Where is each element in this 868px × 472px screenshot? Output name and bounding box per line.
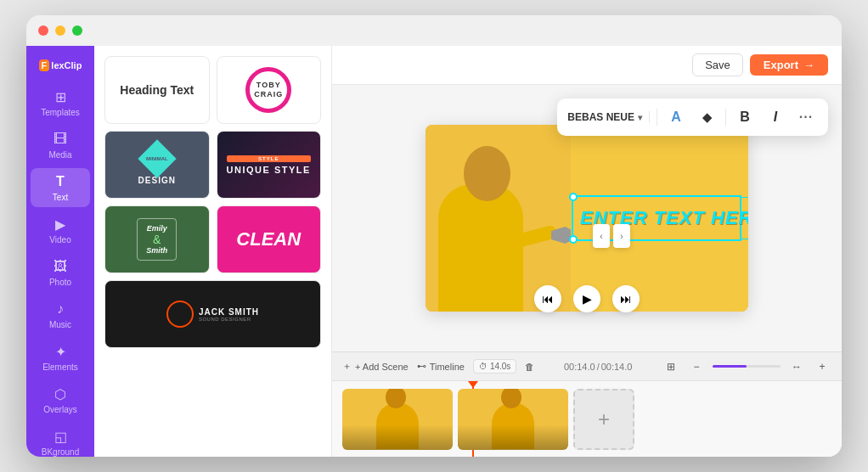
sidebar-label-bkground: BKground <box>42 447 79 457</box>
sidebar-item-text[interactable]: T Text <box>31 168 90 207</box>
nav-left-arrow[interactable]: ‹ <box>593 224 610 248</box>
emily-amp: & <box>146 233 167 246</box>
duration-display: ⏱ 14.0s <box>473 359 516 374</box>
timeline-right-controls: ⊞ − ↔ + <box>662 357 831 376</box>
clean-label: CLEAN <box>236 228 301 250</box>
fill-button[interactable]: ◆ <box>695 105 719 129</box>
clock-icon: ⏱ <box>479 362 488 371</box>
nav-right-arrow[interactable]: › <box>613 224 630 248</box>
add-scene-button[interactable]: ＋ + Add Scene <box>342 360 409 373</box>
sidebar-item-overlays[interactable]: ⬡ Overlays <box>31 380 90 419</box>
smith-text: Smith <box>146 246 167 255</box>
editor-toolbar: Save Export → <box>332 46 842 85</box>
trash-icon: 🗑 <box>525 362 534 372</box>
prev-button[interactable]: ⏮ <box>534 285 561 312</box>
template-card-toby[interactable]: TOBYCRAIG <box>217 56 322 124</box>
handle-top-left[interactable] <box>569 193 578 201</box>
template-card-clean[interactable]: CLEAN <box>217 205 322 273</box>
jack-sub: SOUND DESIGNER <box>199 317 259 322</box>
timeline-bar: ＋ + Add Scene ⊷ Timeline ⏱ 14.0s 🗑 00:14… <box>332 351 842 380</box>
zoom-in-button[interactable]: + <box>813 357 831 376</box>
sidebar-item-video[interactable]: ▶ Video <box>31 211 90 250</box>
logo: F lexClip <box>31 54 90 80</box>
sidebar-label-media: Media <box>48 150 71 160</box>
template-card-heading[interactable]: Heading Text <box>104 56 210 124</box>
app-window: F lexClip ⊞ Templates 🎞 Media T Text ▶ V… <box>26 15 842 457</box>
template-card-minimal[interactable]: MINIMAL DESIGN <box>104 131 210 199</box>
sidebar-label-photo: Photo <box>49 278 71 287</box>
more-options-button[interactable]: ··· <box>794 105 818 129</box>
unique-badge: STYLE <box>227 155 311 162</box>
current-time: 00:14.0 <box>564 362 595 372</box>
italic-label: I <box>774 110 777 125</box>
sidebar-label-video: Video <box>49 235 70 244</box>
zoom-fill <box>713 365 747 368</box>
sidebar-label-overlays: Overlays <box>43 405 76 414</box>
sidebar-item-media[interactable]: 🎞 Media <box>31 126 90 165</box>
music-icon: ♪ <box>52 301 69 317</box>
bold-label: B <box>740 110 750 125</box>
clip-thumb-2[interactable] <box>458 389 568 450</box>
italic-button[interactable]: I <box>764 105 787 129</box>
panel-nav: ‹ › <box>593 224 630 248</box>
export-button[interactable]: Export → <box>750 54 828 76</box>
minimal-diamond-label: MINIMAL <box>146 155 168 160</box>
add-scene-icon: ＋ <box>342 360 352 373</box>
emily-inner: Emily & Smith <box>137 218 177 261</box>
template-card-emily[interactable]: Emily & Smith <box>104 205 210 273</box>
template-card-unique[interactable]: STYLE UNIQUE STYLE <box>217 131 322 199</box>
aspect-ratio-button[interactable]: ⊞ <box>662 357 680 376</box>
app-body: F lexClip ⊞ Templates 🎞 Media T Text ▶ V… <box>26 46 842 457</box>
person-body <box>438 184 523 312</box>
sidebar-item-elements[interactable]: ✦ Elements <box>31 338 90 377</box>
delete-button[interactable]: 🗑 <box>525 362 534 372</box>
expand-button[interactable]: ↔ <box>787 357 806 376</box>
sidebar-item-photo[interactable]: 🖼 Photo <box>31 253 90 292</box>
logo-icon: F <box>39 59 50 71</box>
timeline-label: Timeline <box>430 362 465 372</box>
bold-button[interactable]: B <box>733 105 757 129</box>
text-color-label: A <box>671 110 681 125</box>
templates-grid: Heading Text TOBYCRAIG <box>104 56 321 348</box>
timeline-button[interactable]: ⊷ Timeline <box>417 361 465 372</box>
export-label: Export <box>764 59 798 71</box>
sidebar-item-music[interactable]: ♪ Music <box>31 295 90 334</box>
zoom-bar <box>713 365 781 368</box>
font-selector[interactable]: BEBAS NEUE ▾ <box>567 111 650 123</box>
template-card-jack[interactable]: JACK SMITH SOUND DESIGNER <box>104 280 321 348</box>
jack-inner: JACK SMITH SOUND DESIGNER <box>166 301 259 328</box>
unique-style-label: UNIQUE STYLE <box>227 165 311 175</box>
minimal-inner: MINIMAL DESIGN <box>138 145 176 185</box>
titlebar <box>26 15 842 46</box>
sidebar-label-music: Music <box>49 320 71 329</box>
next-button[interactable]: ⏭ <box>612 285 640 312</box>
minimize-button[interactable] <box>55 25 65 36</box>
add-clip-button[interactable]: + <box>573 389 634 450</box>
jack-texts: JACK SMITH SOUND DESIGNER <box>199 307 259 322</box>
sidebar-label-elements: Elements <box>42 362 78 372</box>
add-scene-label: + Add Scene <box>355 362 409 372</box>
selection-line-top <box>740 197 748 198</box>
text-color-button[interactable]: A <box>664 105 688 129</box>
font-toolbar-popup: BEBAS NEUE ▾ A ◆ B I ··· <box>557 98 828 136</box>
heading-text-label: Heading Text <box>120 83 194 97</box>
maximize-button[interactable] <box>72 25 82 36</box>
sidebar-item-bkground[interactable]: ◱ BKground <box>31 423 90 457</box>
clip-gradient-2 <box>458 424 568 450</box>
toolbar-divider-2 <box>725 109 726 126</box>
close-button[interactable] <box>38 25 48 36</box>
save-button[interactable]: Save <box>692 53 743 76</box>
toby-circle: TOBYCRAIG <box>245 67 291 113</box>
handle-bottom-left[interactable] <box>569 235 578 244</box>
sidebar-item-templates[interactable]: ⊞ Templates <box>31 83 90 122</box>
video-icon: ▶ <box>52 216 69 233</box>
zoom-out-button[interactable]: − <box>687 357 706 376</box>
sidebar-label-templates: Templates <box>41 108 80 117</box>
clip-thumb-1[interactable] <box>342 389 453 450</box>
mini-head-2 <box>501 389 521 408</box>
sidebar-label-text: Text <box>53 193 68 202</box>
zoom-track <box>713 365 781 368</box>
play-button[interactable]: ▶ <box>573 285 600 312</box>
jack-name: JACK SMITH <box>199 307 259 317</box>
export-arrow: → <box>803 59 814 71</box>
